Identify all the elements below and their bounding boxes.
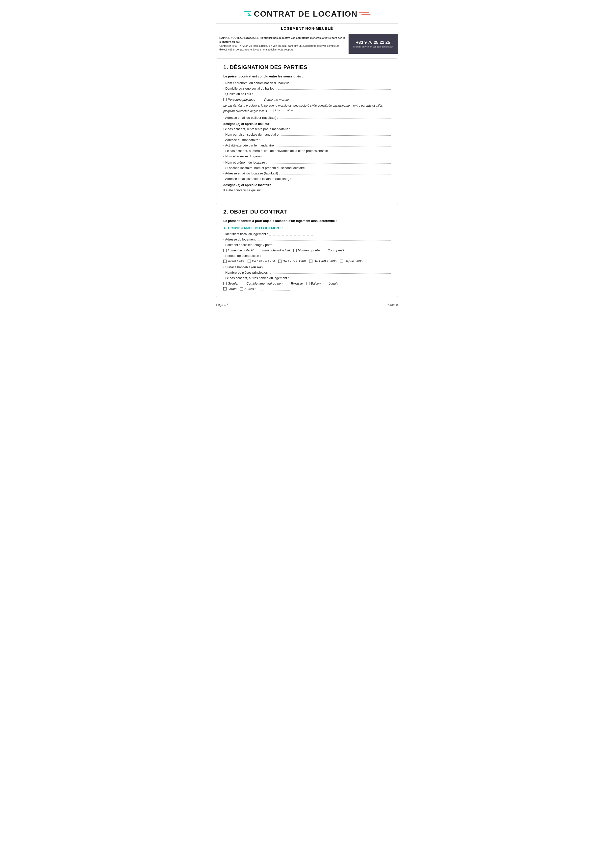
page-header: CONTRAT DE LOCATION — [216, 5, 398, 21]
banner-phone: +33 9 70 25 21 25 — [356, 40, 390, 45]
fiscal-dashes: _ _ _ _ _ _ _ _ _ _ _ — [269, 232, 314, 236]
checkbox-autres-row2: Jardin Autres : — [223, 287, 391, 291]
checkbox-non[interactable]: Non — [283, 108, 293, 113]
field-convenu: Il a été convenu ce qui suit : — [223, 188, 391, 192]
footer-paraphe: Paraphe — [387, 303, 398, 307]
checkbox-immeuble-row: Immeuble collectif Immeuble individuel M… — [223, 248, 391, 252]
cb-1989-2005[interactable] — [309, 260, 312, 263]
label-1949-1974: De 1949 à 1974 — [252, 259, 275, 263]
label-non: Non — [288, 108, 293, 113]
label-immeuble-collectif: Immeuble collectif — [228, 248, 253, 252]
label-jardin: Jardin — [228, 287, 236, 291]
label-1989-2005: De 1989 à 2005 — [314, 259, 337, 263]
oui-non-row: Oui Non — [270, 108, 293, 113]
cb-personne-physique[interactable] — [223, 98, 227, 101]
field-adresse-logement: - Adresse du logement : — [223, 237, 391, 241]
checkbox-1989-2005[interactable]: De 1989 à 2005 — [309, 259, 337, 263]
section-2-title: 2. OBJET DU CONTRAT — [223, 209, 391, 215]
checkbox-mono-propriete[interactable]: Mono-propriété — [294, 248, 320, 252]
section-2-subtitle: Le présent contrat a pour objet la locat… — [223, 219, 391, 223]
field-qualite-bailleur: - Qualité du bailleur : — [223, 91, 391, 96]
cb-1949-1974[interactable] — [247, 260, 251, 263]
label-balcon: Balcon — [311, 282, 320, 285]
checkbox-grenier[interactable]: Grenier — [223, 282, 238, 285]
cb-copropriete[interactable] — [323, 249, 326, 252]
checkbox-autres-label[interactable]: Autres : — [240, 287, 255, 291]
label-oui: Oui — [275, 108, 280, 113]
checkbox-balcon[interactable]: Balcon — [306, 282, 320, 285]
page-title: CONTRAT DE LOCATION — [254, 9, 358, 19]
sub-section-a-title: A. CONSISTANCE DU LOGEMENT : — [223, 226, 391, 230]
cb-immeuble-individuel[interactable] — [257, 249, 260, 252]
cb-non[interactable] — [283, 109, 286, 112]
field-mandataire-intro: Le cas échéant, représenté par le mandat… — [223, 127, 391, 131]
label-mono-propriete: Mono-propriété — [298, 248, 320, 252]
field-domicile-bailleur: - Domicile ou siège social du bailleur : — [223, 86, 391, 90]
label-personne-morale: Personne morale — [264, 98, 289, 101]
accent-left-icon — [244, 11, 253, 17]
cb-balcon[interactable] — [306, 282, 309, 285]
field-identifiant-fiscal: - Identifiant fiscal du logement : _ _ _… — [223, 232, 391, 236]
checkbox-loggia[interactable]: Loggia — [324, 282, 338, 285]
checkbox-depuis-2005[interactable]: Depuis 2005 — [340, 259, 362, 263]
field-nom-locataire: - Nom et prénom du locataire : — [223, 160, 391, 164]
label-grenier: Grenier — [228, 282, 238, 285]
label-avant-1949: Avant 1949 — [228, 259, 244, 263]
field-nom-bailleur: - Nom et prénom, ou dénomination du bail… — [223, 81, 391, 85]
section-1-card: 1. DÉSIGNATION DES PARTIES Le présent co… — [216, 58, 398, 198]
checkbox-autres-row: Grenier Comble aménagé ou non Terrasse B… — [223, 282, 391, 285]
section-1-subtitle: Le présent contrat est conclu entre les … — [223, 74, 391, 78]
label-designe-bailleur: désigné (s) ci-après le bailleur ; — [223, 122, 391, 126]
info-banner: RAPPEL NOUVEAU LOCATAIRE : n'oubliez pas… — [216, 34, 398, 54]
field-second-locataire: - Si second locataire, nom et prénom du … — [223, 166, 391, 170]
banner-bold-text: RAPPEL NOUVEAU LOCATAIRE : n'oubliez pas… — [219, 36, 345, 43]
checkbox-jardin[interactable]: Jardin — [223, 287, 236, 291]
label-designe-locataire: désigné (s) ci-après le locataire — [223, 183, 391, 187]
checkbox-avant-1949[interactable]: Avant 1949 — [223, 259, 244, 263]
label-loggia: Loggia — [328, 282, 338, 285]
field-email-locataire: - Adresse email du locataire (facultatif… — [223, 171, 391, 175]
cb-1975-1989[interactable] — [278, 260, 281, 263]
accent-right-icon — [359, 11, 371, 17]
footer-page: Page 1/7 — [216, 303, 228, 307]
cb-jardin[interactable] — [223, 287, 227, 290]
section-1-title: 1. DÉSIGNATION DES PARTIES — [223, 64, 391, 71]
cb-autres[interactable] — [240, 287, 243, 290]
checkbox-terrasse[interactable]: Terrasse — [286, 282, 303, 285]
checkbox-immeuble-collectif[interactable]: Immeuble collectif — [223, 248, 253, 252]
label-depuis-2005: Depuis 2005 — [344, 259, 362, 263]
label-terrasse: Terrasse — [291, 282, 303, 285]
cb-avant-1949[interactable] — [223, 260, 227, 263]
cb-mono-propriete[interactable] — [294, 249, 297, 252]
cb-loggia[interactable] — [324, 282, 327, 285]
field-autres-parties: - Le cas échéant, autres parties du loge… — [223, 276, 391, 280]
label-personne-physique: Personne physique — [228, 98, 255, 101]
field-periode-construction: - Période de construction : — [223, 254, 391, 257]
checkbox-immeuble-individuel[interactable]: Immeuble individuel — [257, 248, 290, 252]
field-batiment: - Bâtiment / escalier / étage / porte : — [223, 242, 391, 247]
label-1975-1989: De 1975 à 1989 — [283, 259, 306, 263]
cb-comble[interactable] — [242, 282, 245, 285]
document-subtitle: LOGEMENT NON-MEUBLÉ — [216, 26, 398, 31]
checkbox-comble[interactable]: Comble aménagé ou non — [242, 282, 283, 285]
cb-oui[interactable] — [270, 109, 274, 112]
cb-grenier[interactable] — [223, 282, 227, 285]
banner-text: RAPPEL NOUVEAU LOCATAIRE : n'oubliez pas… — [216, 34, 348, 54]
header-divider — [216, 23, 398, 24]
cb-terrasse[interactable] — [286, 282, 289, 285]
checkbox-personne-morale[interactable]: Personne morale — [260, 98, 289, 101]
checkbox-personne-physique[interactable]: Personne physique — [223, 98, 255, 101]
banner-phone-note: Gratuit / lun-ven 8h-21h sam-dim 9h-20h — [353, 45, 393, 48]
field-email-bailleur: - Adresse email du bailleur (facultatif)… — [223, 115, 391, 119]
checkbox-copropriete[interactable]: Copropriété — [323, 248, 344, 252]
label-autres: Autres : — [244, 287, 255, 291]
label-comble: Comble aménagé ou non — [246, 282, 283, 285]
section-2-card: 2. OBJET DU CONTRAT Le présent contrat a… — [216, 203, 398, 297]
checkbox-1949-1974[interactable]: De 1949 à 1974 — [247, 259, 275, 263]
checkbox-oui[interactable]: Oui — [270, 108, 280, 113]
field-surface: - Surface habitable (en m2) : — [223, 265, 391, 269]
checkbox-1975-1989[interactable]: De 1975 à 1989 — [278, 259, 306, 263]
cb-immeuble-collectif[interactable] — [223, 249, 227, 252]
cb-depuis-2005[interactable] — [340, 260, 343, 263]
cb-personne-morale[interactable] — [260, 98, 263, 101]
